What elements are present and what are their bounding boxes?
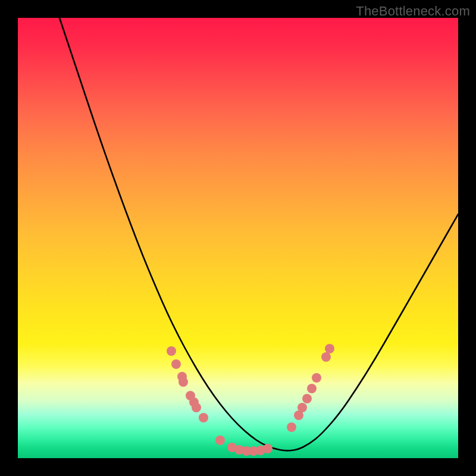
highlight-dot (215, 436, 225, 445)
highlight-dot (325, 344, 334, 353)
highlight-dot (199, 413, 208, 422)
highlight-dot (321, 352, 331, 362)
chart-svg (18, 18, 458, 458)
highlight-dot (192, 403, 201, 412)
highlight-dot (298, 403, 307, 412)
chart-plot-area (18, 18, 458, 458)
highlight-dot (178, 377, 188, 387)
highlight-dot (302, 394, 312, 403)
highlight-dot (263, 444, 273, 453)
watermark: TheBottleneck.com (356, 4, 470, 19)
highlight-dot (307, 384, 317, 393)
highlight-dot (167, 346, 176, 356)
highlight-dot (312, 373, 321, 383)
bottleneck-curve (60, 18, 458, 450)
highlight-dot (287, 422, 296, 432)
highlight-dot (171, 359, 181, 369)
